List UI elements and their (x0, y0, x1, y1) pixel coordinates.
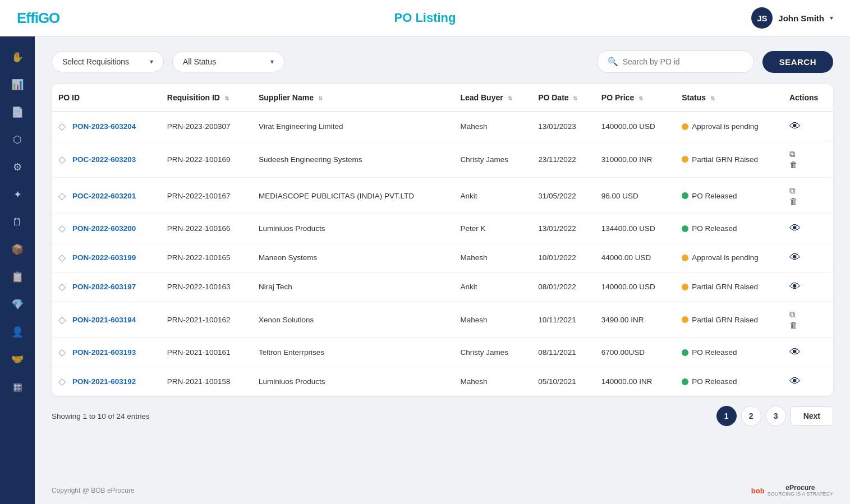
col-status[interactable]: Status ⇅ (675, 84, 783, 112)
po-price-cell: 96.00 USD (595, 178, 675, 214)
delete-icon[interactable]: 🗑 (789, 320, 798, 330)
view-icon[interactable]: 👁 (789, 280, 801, 293)
sidebar-item-hand[interactable]: ✋ (5, 45, 30, 70)
copy-icon[interactable]: ⧉ (789, 149, 798, 159)
search-button[interactable]: SEARCH (762, 51, 833, 73)
copy-delete-icons[interactable]: ⧉ 🗑 (789, 186, 798, 206)
sidebar-item-file[interactable]: 🗒 (5, 210, 30, 234)
po-price-cell: 134400.00 USD (595, 214, 675, 243)
sidebar-item-settings[interactable]: ⚙ (5, 155, 30, 179)
col-actions: Actions (783, 84, 833, 112)
sidebar-item-document[interactable]: 📄 (5, 100, 30, 124)
requisition-id-cell: PRN-2021-100158 (160, 367, 252, 396)
requisitions-dropdown[interactable]: Select Requisitions ▾ (52, 51, 164, 72)
supplier-name-cell: Luminiuos Products (252, 367, 454, 396)
sidebar-item-star[interactable]: ✦ (5, 182, 30, 207)
delete-icon[interactable]: 🗑 (789, 160, 798, 169)
view-icon[interactable]: 👁 (789, 346, 801, 358)
po-id-link[interactable]: PON-2021-603194 (72, 316, 136, 324)
supplier-name-cell: Luminiuos Products (252, 214, 454, 243)
page-3-button[interactable]: 3 (766, 406, 786, 426)
po-id-link[interactable]: PON-2022-603197 (72, 283, 136, 291)
col-requisition-id[interactable]: Requisition ID ⇅ (160, 84, 252, 112)
table-row: ◇ PON-2021-603194 PRN-2021-100162Xenon S… (52, 302, 833, 338)
po-id-cell: ◇ PON-2021-603192 (52, 367, 160, 396)
user-menu[interactable]: JS John Smith ▾ (751, 7, 833, 29)
sidebar-item-handshake[interactable]: 🤝 (5, 347, 30, 372)
sort-icon: ⇅ (224, 95, 229, 101)
view-icon[interactable]: 👁 (789, 251, 801, 263)
lead-buyer-cell: Mahesh (453, 367, 531, 396)
po-id-link[interactable]: PON-2022-603200 (72, 224, 136, 233)
po-price-cell: 140000.00 USD (595, 272, 675, 302)
bob-logo: bob (751, 487, 765, 495)
view-icon[interactable]: 👁 (789, 375, 801, 387)
po-date-cell: 31/05/2022 (531, 178, 595, 214)
po-id-link[interactable]: PON-2021-603192 (72, 377, 136, 386)
action-icons: ⧉ 🗑 (789, 186, 826, 206)
requisition-id-cell: PRN-2022-100163 (160, 272, 252, 302)
status-label: All Status (183, 57, 216, 66)
col-lead-buyer[interactable]: Lead Buyer ⇅ (453, 84, 531, 112)
actions-cell: ⧉ 🗑 (783, 302, 833, 338)
chevron-down-icon: ▾ (830, 14, 833, 22)
lead-buyer-cell: Ankit (453, 272, 531, 302)
sidebar-item-network[interactable]: ⬡ (5, 127, 30, 152)
po-id-link[interactable]: PON-2023-603204 (72, 122, 136, 131)
status-label: Approval is pending (692, 122, 759, 131)
status-cell: Partial GRN Raised (675, 272, 783, 302)
status-cell: PO Released (675, 214, 783, 243)
view-icon[interactable]: 👁 (789, 222, 801, 234)
view-icon[interactable]: 👁 (789, 120, 801, 132)
status-cell: Partial GRN Raised (675, 141, 783, 178)
sidebar-item-gem[interactable]: 💎 (5, 292, 30, 317)
col-supplier-name[interactable]: Supplier Name ⇅ (252, 84, 454, 112)
delete-icon[interactable]: 🗑 (789, 196, 798, 206)
po-date-cell: 08/01/2022 (531, 272, 595, 302)
status-cell: Approval is pending (675, 112, 783, 141)
page-2-button[interactable]: 2 (741, 406, 761, 426)
status-dot (682, 349, 688, 356)
page-1-button[interactable]: 1 (716, 406, 737, 426)
actions-cell: 👁 (783, 338, 833, 367)
col-po-price[interactable]: PO Price ⇅ (595, 84, 675, 112)
status-label: PO Released (692, 348, 737, 357)
po-id-link[interactable]: PON-2021-603193 (72, 348, 136, 357)
po-table: PO ID Requisition ID ⇅ Supplier Name ⇅ L… (52, 84, 833, 396)
copy-delete-icons[interactable]: ⧉ 🗑 (789, 149, 798, 169)
status-label: Partial GRN Raised (692, 283, 758, 291)
copy-icon[interactable]: ⧉ (789, 186, 798, 196)
lead-buyer-cell: Peter K (453, 214, 531, 243)
sidebar-item-box[interactable]: 📦 (5, 237, 30, 262)
table-row: ◇ PON-2021-603192 PRN-2021-100158Luminiu… (52, 367, 833, 396)
table-row: ◇ POC-2022-603203 PRN-2022-100169Sudeesh… (52, 141, 833, 178)
sidebar-item-user[interactable]: 👤 (5, 320, 30, 344)
po-id-cell: ◇ POC-2022-603201 (52, 178, 160, 214)
avatar: JS (751, 7, 773, 29)
supplier-name-cell: Xenon Solutions (252, 302, 454, 338)
next-button[interactable]: Next (791, 406, 833, 426)
supplier-name-cell: Teltron Enterrprises (252, 338, 454, 367)
status-chevron-icon: ▾ (270, 58, 274, 66)
sort-icon: ⇅ (638, 95, 643, 101)
page-title: PO Listing (394, 11, 456, 25)
actions-cell: 👁 (783, 243, 833, 272)
user-name: John Smith (778, 13, 824, 23)
po-id-link[interactable]: PON-2022-603199 (72, 253, 136, 262)
tag-icon: ◇ (58, 314, 66, 326)
po-id-link[interactable]: POC-2022-603203 (72, 155, 136, 164)
po-id-link[interactable]: POC-2022-603201 (72, 192, 136, 200)
status-dot (682, 378, 688, 385)
tag-icon: ◇ (58, 281, 66, 293)
sidebar-item-grid[interactable]: ▦ (5, 374, 30, 399)
requisition-id-cell: PRN-2021-100161 (160, 338, 252, 367)
lead-buyer-cell: Mahesh (453, 112, 531, 141)
sidebar-item-clipboard[interactable]: 📋 (5, 265, 30, 289)
copy-delete-icons[interactable]: ⧉ 🗑 (789, 309, 798, 330)
copy-icon[interactable]: ⧉ (789, 309, 798, 320)
status-label: PO Released (692, 377, 737, 386)
status-dropdown[interactable]: All Status ▾ (172, 51, 284, 72)
search-input[interactable] (623, 57, 743, 66)
col-po-date[interactable]: PO Date ⇅ (531, 84, 595, 112)
sidebar-item-chart[interactable]: 📊 (5, 72, 30, 97)
